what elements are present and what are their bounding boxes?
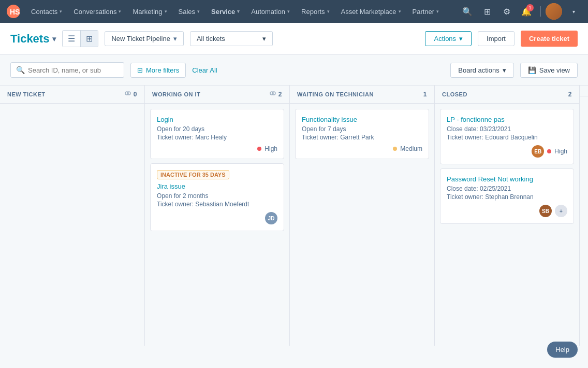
chevron-down-icon: ▾ (60, 9, 62, 14)
ticket-card-password[interactable]: Password Reset Not working Close date: 0… (440, 168, 574, 224)
avatar-lp: EB (532, 145, 544, 158)
nav-reports[interactable]: Reports ▾ (296, 5, 335, 19)
nav-service[interactable]: Service ▾ (206, 5, 245, 19)
priority-dot-functionality (393, 147, 397, 151)
filter-icon: ⊞ (137, 66, 143, 74)
nav-partner[interactable]: Partner ▾ (407, 5, 445, 19)
chevron-down-icon: ▾ (399, 9, 401, 14)
ticket-card-lp[interactable]: LP - fonctionne pas Close date: 03/23/20… (440, 109, 574, 164)
nav-menu: Contacts ▾ Conversations ▾ Marketing ▾ S… (26, 5, 459, 19)
more-filters-button[interactable]: ⊞ More filters (130, 63, 186, 78)
nav-conversations[interactable]: Conversations ▾ (68, 5, 126, 19)
settings-button[interactable]: ⚙ (498, 3, 515, 20)
save-icon: 💾 (528, 66, 536, 74)
nav-divider (540, 6, 540, 17)
card-owner-login: Ticket owner: Marc Healy (157, 134, 277, 141)
column-header-new-ticket: NEW TICKET 0 (0, 86, 144, 104)
import-button[interactable]: Import (478, 31, 514, 46)
column-body-overflow (580, 96, 588, 346)
chevron-down-icon: ▾ (119, 9, 121, 14)
card-close-date-lp: Close date: 03/23/2021 (447, 125, 567, 133)
board-view-button[interactable]: ⊞ (81, 31, 98, 47)
clear-all-button[interactable]: Clear All (192, 66, 217, 74)
nav-right-icons: 🔍 ⊞ ⚙ 🔔 1 ▾ (459, 3, 582, 20)
kanban-board: NEW TICKET 0 WORKING ON IT 2 Login Open … (0, 86, 588, 346)
filter-chevron-icon: ▾ (262, 35, 266, 43)
actions-chevron-icon: ▾ (459, 35, 463, 43)
top-navigation: HS Contacts ▾ Conversations ▾ Marketing … (0, 0, 588, 23)
search-box[interactable]: 🔍 (10, 62, 124, 78)
chevron-down-icon: ▾ (165, 9, 167, 14)
column-body-waiting: Functionality issue Open for 7 days Tick… (290, 104, 434, 346)
apps-button[interactable]: ⊞ (479, 3, 495, 20)
user-avatar[interactable] (546, 3, 562, 20)
priority-dot-lp (547, 149, 551, 153)
ticket-card-login[interactable]: Login Open for 20 days Ticket owner: Mar… (150, 109, 284, 159)
page-title[interactable]: Tickets ▾ (10, 32, 56, 46)
nav-marketing[interactable]: Marketing ▾ (127, 5, 172, 19)
column-closed: CLOSED 2 LP - fonctionne pas Close date:… (435, 86, 580, 346)
chevron-down-icon: ▾ (197, 9, 200, 14)
svg-point-5 (272, 92, 275, 95)
actions-button[interactable]: Actions ▾ (425, 31, 472, 46)
column-overflow (580, 86, 588, 346)
card-title-jira[interactable]: Jira issue (157, 182, 277, 190)
card-owner-jira: Ticket owner: Sebastian Moeferdt (157, 201, 277, 208)
card-title-lp[interactable]: LP - fonctionne pas (447, 116, 567, 123)
filters-bar: 🔍 ⊞ More filters Clear All Board actions… (0, 55, 588, 86)
card-title-password[interactable]: Password Reset Not working (447, 175, 567, 183)
svg-point-3 (127, 92, 130, 95)
svg-text:HS: HS (10, 8, 20, 16)
nav-contacts[interactable]: Contacts ▾ (26, 5, 67, 19)
card-footer-jira: JD (157, 212, 277, 224)
save-view-button[interactable]: 💾 Save view (520, 63, 578, 78)
priority-label-functionality: Medium (400, 145, 422, 152)
priority-label-login: High (264, 145, 277, 152)
account-chevron[interactable]: ▾ (565, 3, 582, 20)
card-open-for-jira: Open for 2 months (157, 192, 277, 200)
nav-sales[interactable]: Sales ▾ (173, 5, 205, 19)
priority-dot-login (257, 147, 261, 151)
column-header-closed: CLOSED 2 (435, 86, 579, 104)
avatar-image (546, 3, 562, 20)
notification-badge: 1 (526, 4, 534, 11)
card-footer-functionality: Medium (302, 145, 422, 152)
ticket-card-jira[interactable]: INACTIVE FOR 35 DAYS Jira issue Open for… (150, 163, 284, 231)
avatar-password-2: + (555, 205, 567, 217)
pipeline-selector[interactable]: New Ticket Pipeline ▾ (105, 31, 183, 46)
ticket-card-functionality[interactable]: Functionality issue Open for 7 days Tick… (295, 109, 429, 159)
title-chevron-icon: ▾ (52, 35, 56, 43)
nav-automation[interactable]: Automation ▾ (246, 5, 295, 19)
card-footer-login: High (157, 145, 277, 152)
tickets-filter[interactable]: All tickets ▾ (190, 31, 273, 46)
search-button[interactable]: 🔍 (459, 3, 476, 20)
column-count-closed: 2 (568, 91, 572, 98)
notifications-button[interactable]: 🔔 1 (518, 3, 535, 20)
column-body-closed: LP - fonctionne pas Close date: 03/23/20… (435, 104, 579, 346)
column-count-waiting: 1 (423, 91, 427, 98)
column-body-new-ticket (0, 104, 144, 346)
avatar-password-1: SB (539, 205, 552, 217)
list-view-button[interactable]: ☰ (63, 31, 81, 47)
card-title-functionality[interactable]: Functionality issue (302, 116, 422, 123)
card-footer-password: SB + (447, 205, 567, 217)
search-input[interactable] (28, 66, 119, 74)
card-footer-lp: EB High (447, 145, 567, 158)
inactive-badge-jira: INACTIVE FOR 35 DAYS (157, 170, 229, 179)
help-button[interactable]: Help (547, 342, 578, 346)
create-ticket-button[interactable]: Create ticket (521, 31, 578, 47)
card-title-login[interactable]: Login (157, 116, 277, 123)
column-new-ticket: NEW TICKET 0 (0, 86, 145, 346)
chevron-down-icon: ▾ (327, 9, 330, 14)
board-actions-button[interactable]: Board actions ▾ (450, 63, 514, 78)
card-open-for-login: Open for 20 days (157, 125, 277, 133)
column-count-working: 2 (269, 91, 282, 98)
column-header-waiting: WAITING ON TECHNICIAN 1 (290, 86, 434, 104)
priority-label-lp: High (554, 148, 567, 155)
chevron-down-icon: ▾ (237, 9, 240, 14)
column-waiting-technician: WAITING ON TECHNICIAN 1 Functionality is… (290, 86, 435, 346)
chevron-down-icon: ▾ (287, 9, 290, 14)
board-actions-chevron-icon: ▾ (503, 66, 506, 74)
hubspot-logo[interactable]: HS (6, 4, 21, 19)
nav-marketplace[interactable]: Asset Marketplace ▾ (336, 5, 406, 19)
